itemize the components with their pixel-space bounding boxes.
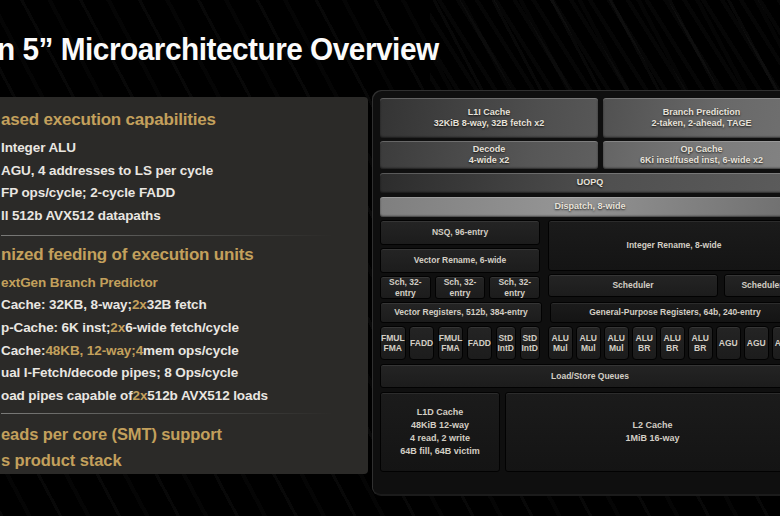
- bullet-text: ll 512b AVX512 datapaths: [1, 208, 161, 223]
- diagram-box-label: IntD: [497, 343, 514, 354]
- diagram-box-label: ALU: [636, 333, 653, 344]
- diagram-box-integer-exec-unit: ALUMul: [604, 326, 629, 360]
- diagram-box-label: Dispatch, 8-wide: [554, 201, 625, 213]
- diagram-box-integer-rename: Integer Rename, 8-wide: [548, 220, 780, 271]
- diagram-box-label: FMA: [384, 343, 402, 354]
- bullet-line: ual I-Fetch/decode pipes; 8 Ops/cycle: [1, 362, 368, 385]
- diagram-box-label: UOPQ: [577, 177, 604, 189]
- integer-execution-units: ALUMulALUMulALUMulALUBRALUBRALUBRAGUAGUA…: [548, 326, 780, 360]
- feature-panel: ased execution capabilities Integer ALUA…: [0, 97, 368, 474]
- diagram-box-uopq: UOPQ: [380, 173, 780, 193]
- slide-title: n 5” Microarchitecture Overview: [0, 32, 439, 68]
- diagram-box-label: AGU: [719, 338, 738, 349]
- bullet-text: 6-wide fetch/cycle: [125, 320, 239, 335]
- diagram-box-label: Scheduler: [741, 280, 780, 291]
- diagram-box-label: Sch, 32-entry: [436, 277, 485, 298]
- diagram-box-label: Vector Rename, 6-wide: [414, 255, 507, 266]
- bullet-line: Cache: 48KB, 12-way; 4 mem ops/cycle: [1, 339, 368, 362]
- diagram-box-label: FADD: [410, 338, 433, 349]
- bullet-line: oad pipes capable of 2x 512b AVX512 load…: [1, 384, 368, 407]
- bullet-line: ll 512b AVX512 datapaths: [1, 204, 368, 227]
- diagram-box-label: Sch, 32-entry: [381, 277, 430, 298]
- diagram-box-branch-prediction: Branch Prediction2-taken, 2-ahead, TAGE: [603, 98, 780, 138]
- diagram-box-label: Mul: [553, 343, 568, 354]
- slide: { "title": "n 5\u201d Microarchitecture …: [0, 0, 780, 516]
- diagram-box-label: 48KiB 12-way: [411, 419, 469, 432]
- diagram-box-l1d-cache: L1D Cache48KiB 12-way4 read, 2 write64B …: [380, 392, 500, 472]
- bullet-highlight: extGen Branch Predictor: [1, 275, 158, 290]
- diagram-box-label: FMA: [441, 343, 459, 354]
- bullet-text: p-Cache: 6K inst;: [1, 320, 110, 335]
- diagram-box-vector-scheduler: Sch, 32-entry: [380, 276, 431, 299]
- diagram-box-label: L1D Cache: [417, 406, 464, 419]
- diagram-box-label: General-Purpose Registers, 64b, 240-entr…: [589, 307, 761, 318]
- diagram-box-integer-exec-unit: ALUBR: [632, 326, 657, 360]
- diagram-box-label: StD: [522, 333, 537, 344]
- vector-scheduler-row: Sch, 32-entrySch, 32-entrySch, 32-entry: [380, 276, 540, 299]
- bullet-line: s product stack: [1, 448, 368, 474]
- diagram-box-vector-exec-unit: FADD: [409, 326, 434, 360]
- diagram-box-label: FMUL: [439, 333, 463, 344]
- bullet-text: FP ops/cycle; 2-cycle FADD: [1, 185, 175, 200]
- divider: [1, 413, 333, 414]
- diagram-box-label: 1MiB 16-way: [625, 432, 679, 445]
- bullet-line: p-Cache: 6K inst; 2x 6-wide fetch/cycle: [1, 316, 368, 339]
- diagram-box-label: Decode: [473, 144, 506, 156]
- diagram-box-label: StD: [498, 333, 513, 344]
- microarchitecture-diagram: L1I Cache32KiB 8-way, 32B fetch x2 Branc…: [372, 90, 780, 496]
- bullet-list-execution: Integer ALUAGU, 4 addresses to LS per cy…: [1, 136, 368, 227]
- diagram-box-label: NSQ, 96-entry: [432, 227, 488, 238]
- bullet-text: mem ops/cycle: [143, 343, 239, 358]
- diagram-box-l2-cache: L2 Cache1MiB 16-way: [505, 392, 780, 472]
- diagram-box-label: BR: [638, 343, 650, 354]
- diagram-box-label: Scheduler: [612, 280, 653, 291]
- diagram-box-label: L1I Cache: [468, 107, 511, 119]
- diagram-box-label: Op Cache: [680, 144, 722, 156]
- diagram-box-label: BR: [666, 343, 678, 354]
- diagram-box-label: Integer Rename, 8-wide: [627, 240, 722, 251]
- diagram-box-integer-exec-unit: AGU: [744, 326, 769, 360]
- diagram-box-vector-exec-unit: FMULFMA: [438, 326, 464, 360]
- diagram-box-label: AGU: [775, 338, 780, 349]
- bullet-text: ual I-Fetch/decode pipes; 8 Ops/cycle: [1, 365, 238, 380]
- section-heading-feeding: nized feeding of execution units: [1, 245, 368, 265]
- diagram-box-label: ALU: [664, 333, 681, 344]
- diagram-box-integer-exec-unit: AGU: [772, 326, 780, 360]
- diagram-box-label: 4-wide x2: [469, 155, 510, 167]
- bullet-text: Cache:: [1, 343, 45, 358]
- diagram-box-label: BR: [694, 343, 706, 354]
- diagram-box-label: ALU: [552, 333, 569, 344]
- bullet-highlight: 2x: [133, 388, 148, 403]
- bullet-highlight: 4: [136, 343, 143, 358]
- section-heading-execution: ased execution capabilities: [1, 110, 368, 130]
- diagram-box-op-cache: Op Cache6Ki inst/fused inst, 6-wide x2: [603, 141, 780, 169]
- diagram-box-label: ALU: [692, 333, 709, 344]
- diagram-box-vector-exec-unit: StDIntD: [496, 326, 517, 360]
- bullet-line: AGU, 4 addresses to LS per cycle: [1, 159, 368, 182]
- diagram-box-integer-scheduler-2: Scheduler: [724, 274, 780, 297]
- bullet-text: 512b AVX512 loads: [147, 388, 268, 403]
- diagram-box-vector-scheduler: Sch, 32-entry: [435, 276, 486, 299]
- diagram-box-integer-exec-unit: ALUBR: [688, 326, 713, 360]
- bullet-text: Cache: 32KB, 8-way;: [1, 297, 132, 312]
- diagram-box-label: 32KiB 8-way, 32B fetch x2: [434, 118, 544, 130]
- diagram-box-label: L2 Cache: [632, 419, 672, 432]
- diagram-box-gp-registers: General-Purpose Registers, 64b, 240-entr…: [550, 302, 780, 323]
- diagram-box-integer-exec-unit: ALUBR: [660, 326, 685, 360]
- bullet-list-feeding: extGen Branch PredictorCache: 32KB, 8-wa…: [1, 271, 368, 407]
- diagram-box-label: ALU: [580, 333, 597, 344]
- diagram-box-vector-exec-unit: FADD: [467, 326, 492, 360]
- bullet-line: FP ops/cycle; 2-cycle FADD: [1, 181, 368, 204]
- bullet-highlight: 2x: [132, 297, 147, 312]
- diagram-box-label: Load/Store Queues: [551, 371, 629, 382]
- vector-execution-units: FMULFMAFADDFMULFMAFADDStDIntDStDIntD: [380, 326, 540, 360]
- diagram-box-label: Mul: [609, 343, 624, 354]
- diagram-box-label: 6Ki inst/fused inst, 6-wide x2: [640, 155, 763, 167]
- bullet-text: Integer ALU: [1, 140, 76, 155]
- diagram-box-l1i-cache: L1I Cache32KiB 8-way, 32B fetch x2: [380, 98, 598, 138]
- bullet-line: Integer ALU: [1, 136, 368, 159]
- diagram-box-integer-exec-unit: ALUMul: [576, 326, 601, 360]
- integer-scheduler-row: Scheduler Scheduler: [548, 274, 780, 297]
- bullet-line: extGen Branch Predictor: [1, 271, 368, 294]
- diagram-box-nsq: NSQ, 96-entry: [380, 220, 540, 245]
